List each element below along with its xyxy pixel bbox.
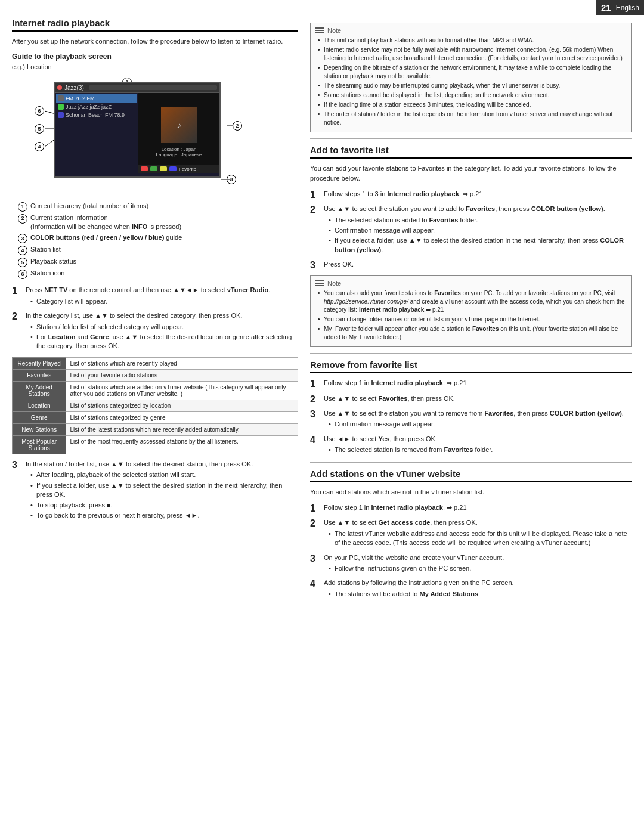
legend-text-3: COLOR buttons (red / green / yellow / bl…: [30, 233, 182, 242]
callout-4: 4: [35, 142, 44, 151]
add-fav-step-3-content: Press OK.: [324, 259, 632, 270]
add-fav-note-1: You can also add your favorite stations …: [318, 289, 627, 314]
legend-num-4: 4: [18, 246, 27, 255]
add-fav-step-2-num: 2: [310, 204, 321, 215]
legend-item-5: 5 Playback status: [18, 257, 298, 267]
legend-text-1: Current hierarchy (total number of items…: [30, 202, 148, 210]
add-favorite-intro: You can add your favorite stations to Fa…: [310, 163, 632, 183]
screen-right-panel: ♪ Location : Japan Language : Japanese F…: [138, 93, 219, 173]
remove-fav-step-3-bullets: Confirmation message will appear.: [324, 420, 632, 429]
step-1-bullets: Category list will appear.: [26, 297, 298, 306]
step-2-bullet-2: For Location and Genre, use ▲▼ to select…: [30, 333, 298, 351]
add-fav-step-2-bullets: The selected station is added to Favorit…: [324, 216, 632, 255]
add-fav-step-1-content: Follow steps 1 to 3 in Internet radio pl…: [324, 189, 632, 199]
item-icon-blue: [58, 112, 64, 118]
category-table: Recently Played List of stations which a…: [12, 357, 298, 454]
list-item-3: Schonan Beach FM 78.9: [56, 111, 137, 119]
note-item-2: Internet radio service may not be fully …: [318, 46, 627, 63]
legend-num-6: 6: [18, 270, 27, 279]
vtuner-step-2: 2 Use ▲▼ to select Get access code, then…: [310, 518, 632, 549]
add-fav-bullet-2: Confirmation message will appear.: [329, 226, 632, 235]
add-fav-step-1-num: 1: [310, 189, 321, 200]
step-1-num: 1: [12, 285, 23, 296]
step-3-bullet-1: After loading, playback of the selected …: [30, 470, 298, 479]
table-col-my-added: My Added Stations: [13, 381, 66, 400]
table-desc-location: List of stations categorized by location: [66, 400, 298, 411]
table-desc-new: List of the latest stations which are re…: [66, 423, 298, 435]
legend-num-2: 2: [18, 214, 27, 224]
add-vtuner-title: Add stations on the vTuner website: [310, 469, 632, 482]
add-fav-note-3: My_Favorite folder will appear after you…: [318, 325, 627, 342]
note-item-7: The order of station / folder in the lis…: [318, 110, 627, 127]
note-item-6: If the loading time of a station exceeds…: [318, 101, 627, 109]
add-fav-step-1: 1 Follow steps 1 to 3 in Internet radio …: [310, 189, 632, 200]
legend-item-2: 2 Current station information(Informatio…: [18, 213, 298, 232]
remove-fav-bullet-1: Confirmation message will appear.: [329, 420, 632, 429]
intro-text: After you set up the network connection,…: [12, 36, 298, 47]
note-title-top: Note: [327, 27, 341, 34]
remove-fav-step-1-num: 1: [310, 378, 321, 389]
vtuner-step-1-num: 1: [310, 503, 321, 514]
left-column: Internet radio playback After you set up…: [12, 18, 298, 603]
note-icon-top: [315, 27, 324, 33]
add-fav-step-2: 2 Use ▲▼ to select the station you want …: [310, 204, 632, 256]
legend: 1 Current hierarchy (total number of ite…: [18, 202, 298, 280]
remove-fav-step-4: 4 Use ◄► to select Yes, then press OK. T…: [310, 434, 632, 456]
table-col-favorites: Favorites: [13, 369, 66, 381]
table-col-genre: Genre: [13, 411, 66, 423]
legend-item-1: 1 Current hierarchy (total number of ite…: [18, 202, 298, 212]
separator-1: [310, 138, 632, 139]
note-list-add-fav: You can also add your favorite stations …: [315, 289, 627, 342]
vtuner-bullet-3: The stations will be added to My Added S…: [329, 590, 632, 599]
remove-fav-bullet-2: The selected station is removed from Fav…: [329, 445, 632, 454]
add-fav-step-3: 3 Press OK.: [310, 259, 632, 271]
language-label: English: [616, 4, 639, 12]
page-header: 21 English: [596, 0, 644, 15]
note-icon-add-fav: [315, 280, 324, 286]
note-title-add-fav: Note: [327, 280, 341, 287]
table-desc-popular: List of the most frequently accessed sta…: [66, 435, 298, 454]
step-3-bullets: After loading, playback of the selected …: [26, 470, 298, 520]
guide-subtitle: e.g.) Location: [12, 63, 298, 70]
table-col-popular: Most Popular Stations: [13, 435, 66, 454]
table-desc-recently-played: List of stations which are recently play…: [66, 357, 298, 369]
table-col-new: New Stations: [13, 423, 66, 435]
note-item-1: This unit cannot play back stations with…: [318, 36, 627, 45]
item-icon-red: [58, 95, 64, 101]
main-section-title: Internet radio playback: [12, 18, 298, 32]
note-item-5: Some stations cannot be displayed in the…: [318, 91, 627, 100]
legend-num-1: 1: [18, 202, 27, 212]
remove-fav-step-4-content: Use ◄► to select Yes, then press OK. The…: [324, 434, 632, 456]
screen-list: FM 76.2 FM Jazz jAzz jaZz jazZ Schonan B…: [55, 93, 138, 173]
album-art: ♪: [161, 107, 197, 143]
callout-5: 5: [35, 124, 44, 134]
station-info: Location : Japan Language : Japanese: [155, 145, 203, 159]
step-3-bullet-4: To go back to the previous or next hiera…: [30, 511, 298, 520]
remove-fav-step-1-content: Follow step 1 in Internet radio playback…: [324, 378, 632, 388]
color-btn-green: [150, 166, 157, 171]
screen-top-bar: Jazz(3): [55, 83, 219, 93]
note-header-top: Note: [315, 27, 627, 34]
legend-text-4: Station list: [30, 245, 61, 254]
step-2-bullets: Station / folder list of selected catego…: [26, 323, 298, 351]
step-3-bullet-3: To stop playback, press ■.: [30, 501, 298, 510]
add-fav-note-2: You can change folder names or order of …: [318, 315, 627, 324]
remove-favorite-title: Remove from favorite list: [310, 360, 632, 373]
legend-item-4: 4 Station list: [18, 245, 298, 255]
vtuner-step-3-content: On your PC, visit the website and create…: [324, 553, 632, 575]
screen-body: FM 76.2 FM Jazz jAzz jaZz jazZ Schonan B…: [55, 93, 219, 173]
vtuner-step-4: 4 Add stations by following the instruct…: [310, 578, 632, 600]
page-number: 21: [601, 2, 611, 13]
separator-3: [310, 462, 632, 463]
vtuner-step-4-content: Add stations by following the instructio…: [324, 578, 632, 600]
legend-num-5: 5: [18, 258, 27, 267]
vtuner-step-4-bullets: The stations will be added to My Added S…: [324, 590, 632, 599]
step-3-bullet-2: If you select a folder, use ▲▼ to select…: [30, 481, 298, 500]
step-3: 3 In the station / folder list, use ▲▼ t…: [12, 459, 298, 521]
step-2-num: 2: [12, 311, 23, 322]
list-item-2: Jazz jAzz jaZz jazZ: [56, 103, 137, 111]
legend-item-3: 3 COLOR buttons (red / green / yellow / …: [18, 233, 298, 243]
vtuner-step-3-num: 3: [310, 553, 321, 564]
legend-text-2: Current station information(Information …: [30, 213, 181, 232]
vtuner-step-4-num: 4: [310, 578, 321, 589]
